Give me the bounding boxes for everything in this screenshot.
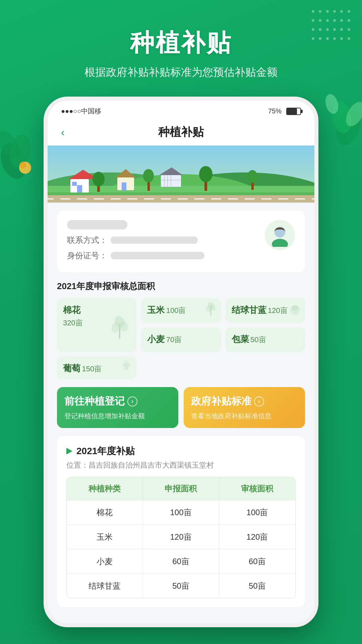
table-cell: 100亩 — [143, 500, 219, 525]
battery-fill — [287, 108, 297, 114]
crop-card-cotton: 棉花 320亩 — [57, 298, 136, 352]
svg-point-29 — [247, 170, 257, 183]
svg-point-25 — [143, 169, 154, 182]
crop-area-baocai: 50亩 — [250, 335, 266, 344]
crops-section-title: 2021年度申报审核总面积 — [57, 280, 305, 292]
svg-point-51 — [125, 361, 128, 364]
crop-card-wheat: 小麦 70亩 — [141, 327, 221, 352]
standard-button[interactable]: 政府补贴标准 › 查看当地政府补贴标准信息 — [184, 387, 305, 428]
phone-mockup: ●●●○○中国移 75% ‹ 种植补贴 — [44, 97, 318, 627]
table-header-type: 种植种类 — [67, 477, 143, 500]
standard-arrow-icon: › — [254, 396, 264, 407]
action-buttons: 前往种植登记 › 登记种植信息增加补贴金额 政府补贴标准 › 查看当地政府补贴标… — [57, 387, 305, 428]
nav-bar: ‹ 种植补贴 — [48, 119, 314, 146]
table-row: 棉花100亩100亩 — [67, 500, 295, 525]
table-row: 小麦60亩60亩 — [67, 549, 295, 574]
svg-rect-17 — [77, 185, 82, 193]
subsidy-table: 种植种类 申报面积 审核面积 棉花100亩100亩玉米120亩120亩小麦60亩… — [66, 477, 296, 598]
table-cell: 50亩 — [143, 574, 219, 598]
table-cell: 120亩 — [143, 525, 219, 549]
crop-name-grape: 葡萄 — [63, 363, 80, 373]
table-cell: 120亩 — [219, 525, 295, 549]
table-header: 种植种类 申报面积 审核面积 — [67, 477, 295, 500]
table-header-verified: 审核面积 — [219, 477, 295, 500]
user-avatar — [265, 220, 295, 250]
crop-name-wheat: 小麦 — [147, 334, 165, 344]
table-cell: 小麦 — [67, 549, 143, 574]
page-subtitle: 根据政府补贴补贴标准为您预估补贴金额 — [84, 65, 278, 80]
svg-rect-18 — [72, 182, 77, 186]
crops-grid: 棉花 320亩 — [57, 298, 305, 379]
table-cell: 棉花 — [67, 500, 143, 525]
crop-card-baocai: 包菜 50亩 — [226, 327, 305, 352]
crop-icon-corn — [204, 300, 218, 320]
crop-name-cotton: 棉花 — [63, 304, 130, 316]
crop-card-corn: 玉米 100亩 — [141, 298, 221, 323]
table-row: 结球甘蓝50亩50亩 — [67, 574, 295, 598]
user-info: 联系方式： 身份证号： — [67, 220, 258, 266]
table-cell: 结球甘蓝 — [67, 574, 143, 598]
id-value-blur — [111, 252, 204, 259]
id-label: 身份证号： — [67, 250, 107, 261]
table-rows: 棉花100亩100亩玉米120亩120亩小麦60亩60亩结球甘蓝50亩50亩 — [67, 500, 295, 598]
table-cell: 60亩 — [143, 549, 219, 574]
crop-area-corn: 100亩 — [166, 306, 186, 315]
hero-banner — [48, 146, 314, 203]
crop-card-grape: 葡萄 150亩 — [57, 357, 136, 379]
crop-name-baocai: 包菜 — [232, 334, 249, 344]
svg-point-23 — [93, 172, 105, 186]
subsidy-year-title: 2021年度补贴 — [76, 445, 135, 458]
carrier-text: ●●●○○中国移 — [61, 107, 101, 116]
table-header-reported: 申报面积 — [143, 477, 219, 500]
standard-button-title: 政府补贴标准 › — [191, 394, 298, 408]
crop-area-wheat: 70亩 — [166, 335, 182, 344]
table-cell: 玉米 — [67, 525, 143, 549]
subsidy-title-row: 2021年度补贴 — [66, 445, 296, 458]
register-arrow-icon: › — [127, 396, 137, 407]
crop-icon-cabbage — [288, 300, 302, 320]
crop-area-grape: 150亩 — [82, 365, 102, 373]
register-button[interactable]: 前往种植登记 › 登记种植信息增加补贴金额 — [57, 387, 178, 428]
svg-rect-21 — [122, 182, 126, 190]
contact-value-blur — [111, 236, 198, 244]
battery-text: 75% — [268, 107, 282, 115]
phone-frame: ●●●○○中国移 75% ‹ 种植补贴 — [44, 97, 318, 627]
user-name-blur — [67, 220, 127, 229]
back-button[interactable]: ‹ — [61, 126, 65, 139]
register-button-title: 前往种植登记 › — [64, 394, 171, 408]
page-title: 种植补贴 — [130, 27, 232, 59]
nav-title: 种植补贴 — [158, 124, 204, 140]
svg-point-27 — [199, 166, 213, 182]
status-right: 75% — [268, 107, 301, 115]
crops-section: 2021年度申报审核总面积 棉花 320亩 — [57, 280, 305, 428]
user-contact-row: 联系方式： — [67, 235, 258, 246]
crop-name-corn: 玉米 — [147, 305, 165, 315]
svg-point-39 — [272, 239, 288, 247]
standard-button-desc: 查看当地政府补贴标准信息 — [191, 412, 298, 421]
status-bar: ●●●○○中国移 75% — [48, 101, 314, 119]
svg-point-50 — [124, 366, 128, 370]
register-button-desc: 登记种植信息增加补贴金额 — [64, 412, 171, 421]
phone-body: 联系方式： 身份证号： — [48, 203, 314, 623]
user-card: 联系方式： 身份证号： — [57, 211, 305, 272]
subsidy-location: 位置：昌吉回族自治州昌吉市大西渠镇玉堂村 — [66, 460, 296, 470]
svg-point-47 — [292, 305, 298, 311]
table-cell: 50亩 — [219, 574, 295, 598]
table-cell: 100亩 — [219, 500, 295, 525]
user-id-row: 身份证号： — [67, 250, 258, 261]
crop-icon-grape — [120, 357, 133, 376]
crop-name-cabbage: 结球甘蓝 — [232, 305, 266, 315]
triangle-icon — [66, 448, 72, 454]
crop-icon-cotton — [106, 315, 133, 348]
crop-card-cabbage: 结球甘蓝 120亩 — [226, 298, 305, 323]
crop-area-cabbage: 120亩 — [268, 306, 288, 315]
contact-label: 联系方式： — [67, 235, 107, 246]
subsidy-section: 2021年度补贴 位置：昌吉回族自治州昌吉市大西渠镇玉堂村 种植种类 申报面积 … — [57, 436, 305, 607]
table-row: 玉米120亩120亩 — [67, 525, 295, 549]
battery-icon — [286, 108, 301, 115]
table-cell: 60亩 — [219, 549, 295, 574]
